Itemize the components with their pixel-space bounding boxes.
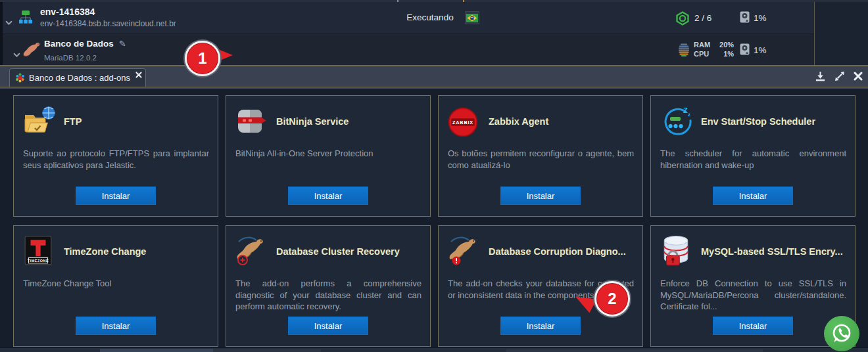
tab-addons[interactable]: Banco de Dados : add-ons [9,68,146,87]
addon-title: Zabbix Agent [489,116,637,127]
addon-card-ftp: FTP Suporte ao protocolo FTP/FTPS para i… [13,95,218,217]
node-expand-chevron-icon[interactable] [13,48,20,60]
addon-description: Suporte ao protocolo FTP/FTPS para impla… [23,148,209,171]
env-disk-usage: 1% [754,13,767,23]
next-row-edge [0,347,868,352]
right-empty-column [815,2,868,65]
ram-label: RAM [694,41,710,50]
addon-title: BitNinja Service [276,116,425,127]
svg-text:TIMEZONE: TIMEZONE [28,259,49,263]
addon-description: BitNinja All-in-One Server Protection [235,148,422,160]
whatsapp-button[interactable] [824,316,859,351]
cpu-label: CPU [694,50,710,59]
zabbix-icon: ZABBIX [447,106,479,141]
edit-pencil-icon[interactable]: ✎ [119,39,126,49]
env-expand-chevron-icon[interactable] [5,16,12,28]
ram-cpu-sphere-icon [677,43,690,60]
disk-icon [740,43,750,58]
mariadb-corruption-icon [447,235,481,269]
download-icon[interactable] [815,71,826,84]
addon-description: TimeZone Change Tool [23,278,209,290]
fullscreen-icon[interactable] [834,71,845,84]
left-gutter [0,2,3,65]
environment-name[interactable]: env-1416384 [40,7,176,17]
disk-icon [740,11,750,26]
mariadb-seal-icon [22,41,41,61]
addons-tab-icon [15,73,25,83]
addon-card-db-cluster-recovery: Database Cluster Recovery The add-on per… [226,225,431,347]
svg-text:Z: Z [683,106,688,114]
cpu-value: 1% [710,50,734,59]
node-disk-usage: 1% [754,45,767,55]
timezone-icon: TIMEZONE [22,235,54,269]
ram-value: 20% [710,41,734,50]
nodes-count: 2 / 6 [694,13,711,23]
addon-title: Env Start/Stop Scheduler [701,116,850,127]
svg-text:ZABBIX: ZABBIX [452,120,473,125]
node-name[interactable]: Banco de Dados [44,39,114,49]
panel-tab-strip: Banco de Dados : add-ons [0,66,868,87]
whatsapp-icon [830,322,854,345]
install-button[interactable]: Instalar [713,317,793,335]
region-flag-brazil-icon [465,11,479,24]
addon-title: Database Corruption Diagno... [489,246,637,257]
ftp-folder-globe-icon [22,106,57,140]
annotation-number: 2 [608,290,616,308]
env-scheduler-icon: Z z [660,105,692,141]
bitninja-icon [235,108,268,138]
ram-cpu-metrics: RAM20% CPU1% [694,41,734,59]
addon-card-bitninja: BitNinja Service BitNinja All-in-One Ser… [226,95,431,217]
tab-title: Banco de Dados : add-ons [29,73,130,83]
addon-description: The add-on performs a comprehensive diag… [235,278,422,313]
mariadb-recovery-icon [235,235,269,269]
annotation-number: 1 [198,49,206,68]
addon-card-timezone: TIMEZONE TimeZone Change TimeZone Change… [13,225,218,347]
addon-description: The scheduler for automatic environment … [660,148,846,171]
addon-title: FTP [64,116,212,127]
svg-text:z: z [688,112,690,118]
addon-title: MySQL-based SSL/TLS Encry... [701,246,850,257]
mysql-ssl-lock-icon [660,234,692,270]
addon-title: TimeZone Change [64,246,212,257]
column-divider [814,2,815,65]
addon-description: Os botões permitem reconfigurar o agente… [448,148,634,171]
environment-topology-icon [18,10,33,28]
addon-card-scheduler: Z z Env Start/Stop Scheduler The schedul… [650,95,856,217]
install-button[interactable]: Instalar [500,187,581,205]
panel-close-icon[interactable] [854,72,863,83]
panel-actions [815,71,863,84]
addon-title: Database Cluster Recovery [276,246,425,257]
node-row: Banco de Dados ✎ MariaDB 12.0.2 [0,33,868,65]
addon-card-zabbix: ZABBIX Zabbix Agent Os botões permitem r… [438,95,643,217]
node-stack-version: MariaDB 12.0.2 [44,54,97,62]
annotation-step-1: 1 [185,41,220,76]
install-button[interactable]: Instalar [288,317,368,335]
install-button[interactable]: Instalar [500,317,581,335]
install-button[interactable]: Instalar [76,317,156,335]
environment-row: env-1416384 env-1416384.bsb.br.saveinclo… [0,2,868,33]
install-button[interactable]: Instalar [76,187,156,205]
tab-close-icon[interactable] [135,69,142,81]
install-button[interactable]: Instalar [713,187,793,205]
nodes-count-hexagon-icon [675,11,690,28]
annotation-step-2: 2 [594,281,630,317]
addon-description: Enforce DB Connection to use SSL/TLS in … [660,278,846,313]
environment-status: Executando [397,12,463,22]
environment-domain[interactable]: env-1416384.bsb.br.saveincloud.net.br [40,19,176,29]
install-button[interactable]: Instalar [288,187,368,205]
